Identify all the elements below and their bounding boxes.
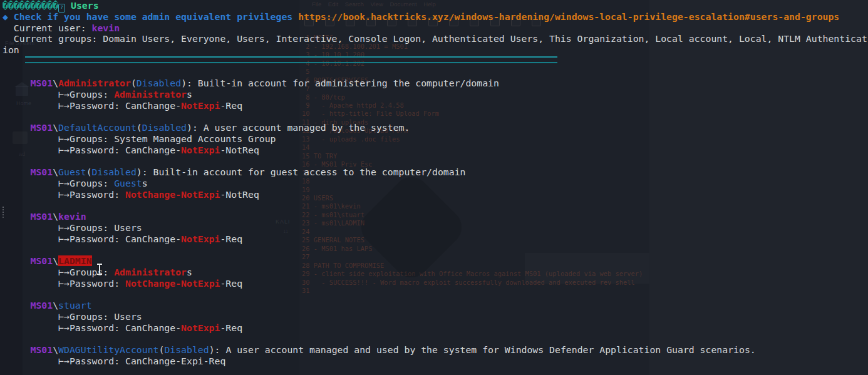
terminal-row: MS01\DefaultAccount(Disabled): A user ac… (3, 122, 868, 133)
terminal-text-segment: Administrator (114, 89, 187, 100)
terminal-text-segment: MS01 (3, 78, 53, 88)
terminal-text-segment: Administrator (58, 78, 131, 88)
section-separator-line (25, 56, 557, 63)
terminal-text-segment: s (187, 89, 192, 100)
terminal-text-segment: MS01 (3, 344, 53, 355)
terminal-text-segment: ⊢→Password: (3, 189, 125, 200)
terminal-row: Current groups: Domain Users, Everyone, … (3, 33, 868, 44)
terminal-text-segment: Disabled (164, 344, 209, 355)
terminal-row: ⊢→Password: CanChange-NotExpi-NotReq (3, 145, 868, 156)
terminal-text-segment: -Req (220, 278, 242, 289)
terminal-row (3, 111, 868, 123)
terminal-text-segment: ( (86, 167, 92, 177)
terminal-output[interactable]: ����������? Users◆ Check if you have som… (3, 0, 868, 367)
terminal-row: MS01\stuart (3, 300, 868, 311)
terminal-text-segment: ): A user account managed by the system. (187, 122, 410, 133)
terminal-text-segment: ⊢→Password: CanChange-Expi-Req (3, 356, 225, 366)
terminal-text-segment: NotExpi (181, 100, 220, 111)
terminal-text-segment: WDAGUtilityAccount (58, 344, 158, 355)
terminal-row: Current user: kevin (3, 23, 868, 34)
terminal-row: ⊢→Groups: Users (3, 311, 868, 322)
terminal-text-segment: ): Built-in account for administering th… (181, 78, 499, 88)
terminal-row: ⊢→Password: NotChange-NotExpi-Req (3, 278, 868, 289)
terminal-text-segment: \ (53, 344, 58, 355)
terminal-row: MS01\LADMIN (3, 255, 868, 267)
terminal-text-segment: NotExpi (181, 234, 220, 244)
terminal-row: ⊢→Password: CanChange-NotExpi-Req (3, 234, 868, 245)
terminal-row: ⊢→Password: CanChange-Expi-Req (3, 356, 868, 367)
terminal-text-segment: \ (53, 211, 58, 222)
terminal-row: ⊢→Groups: Administrators (3, 89, 868, 100)
terminal-text-segment: s (142, 178, 148, 188)
terminal-text-segment: Current groups: Domain Users, Everyone, … (3, 33, 867, 44)
terminal-text-segment: -NotReq (220, 189, 259, 200)
terminal-row: MS01\Guest(Disabled): Built-in account f… (3, 167, 868, 178)
terminal-text-segment: Administrator (114, 267, 187, 277)
terminal-text-segment: Guest (114, 178, 142, 188)
terminal-text-segment: Current user: (3, 23, 92, 33)
terminal-text-segment: ⊢→Groups: (3, 178, 114, 188)
terminal-text-segment: \ (53, 122, 58, 133)
terminal-text-segment: \ (53, 167, 58, 177)
terminal-row: ion (3, 44, 868, 56)
terminal-text-segment: \ (53, 300, 58, 311)
terminal-row: ⊢→Password: NotChange-NotExpi-NotReq (3, 189, 868, 200)
terminal-text-segment: MS01 (3, 167, 53, 177)
text-cursor-ibeam (96, 264, 103, 274)
terminal-row: ◆ Check if you have some admin equivalen… (3, 11, 868, 23)
terminal-text-segment: ⊢→Password: CanChange- (3, 322, 181, 333)
terminal-row: ⊢→Groups: Administrators (3, 267, 868, 278)
terminal-text-segment: DefaultAccount (58, 122, 137, 133)
terminal-row: ⊢→Groups: Users (3, 222, 868, 234)
terminal-text-segment: Guest (58, 167, 86, 177)
terminal-row: ⊢→Groups: System Managed Accounts Group (3, 133, 868, 145)
terminal-text-segment: MS01 (3, 300, 53, 311)
scrollbar-drag-handle[interactable] (3, 207, 4, 208)
highlighted-username: LADMIN (58, 255, 91, 266)
terminal-text-segment: -NotReq (220, 145, 259, 155)
terminal-text-segment: MS01 (3, 122, 53, 133)
terminal-text-segment: \ (53, 255, 58, 266)
terminal-text-segment: -Req (220, 234, 242, 244)
terminal-text-segment: ⊢→Password: CanChange- (3, 145, 181, 155)
terminal-row: ⊢→Groups: Guests (3, 178, 868, 189)
terminal-text-segment: NotChange-NotExpi (125, 278, 220, 289)
terminal-row (3, 245, 868, 256)
terminal-text-segment: stuart (58, 300, 91, 311)
terminal-text-segment: ◆ Check if you have some admin equivalen… (3, 11, 298, 22)
terminal-row: ⊢→Password: CanChange-NotExpi-Req (3, 100, 868, 111)
terminal-row: ����������? Users (3, 0, 868, 11)
terminal-text-segment: \ (53, 78, 58, 88)
terminal-row: ⊢→Password: CanChange-NotExpi-Req (3, 322, 868, 334)
terminal-text-segment: -Req (220, 322, 242, 333)
terminal-text-segment: ⊢→Groups: System Managed Accounts Group (3, 133, 276, 144)
terminal-text-segment: ( (137, 122, 142, 133)
terminal-text-segment: ⊢→Password: (3, 278, 125, 289)
terminal-text-segment: MS01 (3, 255, 53, 266)
terminal-text-segment: Users (65, 0, 98, 11)
terminal-text-segment: MS01 (3, 211, 53, 222)
terminal-text-segment: kevin (58, 211, 86, 222)
terminal-text-segment: Disabled (142, 122, 187, 133)
terminal-text-segment: NotExpi (181, 322, 220, 333)
terminal-text-segment: NotExpi (181, 145, 220, 155)
terminal-row (3, 289, 868, 301)
terminal-text-segment: NotChange-NotExpi (125, 189, 220, 200)
terminal-text-segment: ): A user account managed and used by th… (209, 344, 756, 355)
terminal-text-segment: ⊢→Groups: (3, 89, 114, 100)
terminal-text-segment: ⊢→Groups: Users (3, 311, 142, 322)
terminal-text-segment: ( (131, 78, 137, 88)
hacktricks-link[interactable]: https://book.hacktricks.xyz/windows-hard… (298, 11, 839, 22)
terminal-text-segment: Disabled (137, 78, 181, 88)
terminal-text-segment: ⊢→Password: CanChange- (3, 234, 181, 244)
terminal-row (3, 200, 868, 212)
terminal-text-segment: ���������� (3, 0, 58, 11)
terminal-text-segment: s (187, 267, 192, 277)
terminal-row (3, 156, 868, 167)
terminal-text-segment: -Req (220, 100, 242, 111)
terminal-text-segment: Disabled (92, 167, 137, 177)
terminal-text-segment: ⊢→Groups: Users (3, 222, 142, 233)
terminal-row: MS01\kevin (3, 211, 868, 222)
terminal-text-segment: ): Built-in account for guest access to … (137, 167, 466, 177)
terminal-text-segment: ⊢→Password: CanChange- (3, 100, 181, 111)
